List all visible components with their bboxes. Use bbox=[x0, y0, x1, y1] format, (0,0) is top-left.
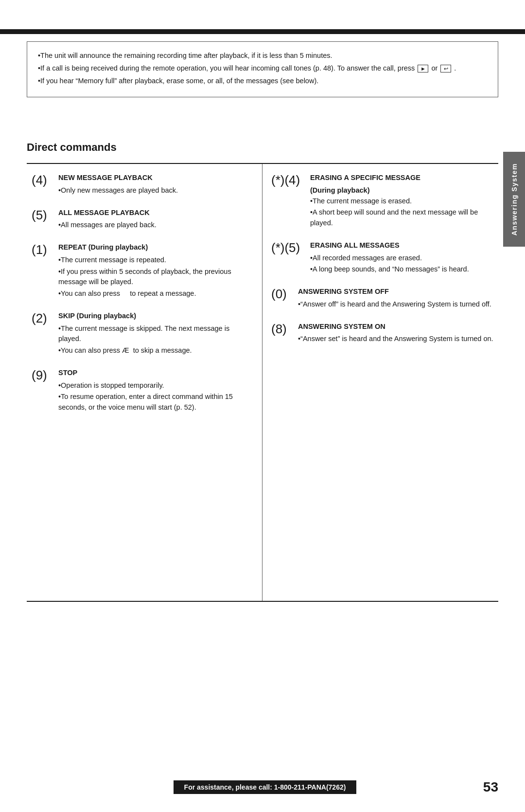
cmd-content-4: NEW MESSAGE PLAYBACK •Only new messages … bbox=[58, 173, 253, 197]
cmd-bullet-8-1: •“Answer set” is heard and the Answering… bbox=[298, 334, 493, 344]
cmd-content-1: REPEAT (During playback) •The current me… bbox=[58, 242, 253, 300]
cmd-title-star5: ERASING ALL MESSAGES bbox=[310, 240, 493, 251]
cmd-bullet-5-1: •All messages are played back. bbox=[58, 220, 253, 231]
cmd-entry-star4: (*)(4) ERASING A SPECIFIC MESSAGE (Durin… bbox=[271, 173, 493, 230]
cmd-content-2: SKIP (During playback) •The current mess… bbox=[58, 311, 253, 357]
top-bar bbox=[0, 29, 525, 34]
cmd-entry-1: (1) REPEAT (During playback) •The curren… bbox=[32, 242, 253, 300]
cmd-content-9: STOP •Operation is stopped temporarily. … bbox=[58, 368, 253, 414]
cmd-bullet-star5-2: •A long beep sounds, and “No messages” i… bbox=[310, 264, 493, 275]
cmd-subtitle-star4: (During playback) bbox=[310, 186, 369, 194]
cmd-number-5: (5) bbox=[32, 208, 58, 223]
cmd-entry-0: (0) ANSWERING SYSTEM OFF •“Answer off” i… bbox=[271, 287, 493, 311]
cmd-bullet-9-1: •Operation is stopped temporarily. bbox=[58, 380, 253, 391]
cmd-content-star5: ERASING ALL MESSAGES •All recorded messa… bbox=[310, 240, 493, 276]
cmd-bullet-1-1: •The current message is repeated. bbox=[58, 255, 253, 266]
cmd-bullet-star5-1: •All recorded messages are erased. bbox=[310, 253, 493, 264]
commands-area: (4) NEW MESSAGE PLAYBACK •Only new messa… bbox=[27, 163, 498, 749]
footer-center: For assistance, please call: 1-800-211-P… bbox=[56, 780, 474, 794]
cmd-entry-star5: (*)(5) ERASING ALL MESSAGES •All recorde… bbox=[271, 240, 493, 276]
cmd-entry-5: (5) ALL MESSAGE PLAYBACK •All messages a… bbox=[32, 208, 253, 232]
notice-box: •The unit will announce the remaining re… bbox=[27, 41, 498, 97]
cmd-title-4: NEW MESSAGE PLAYBACK bbox=[58, 173, 253, 183]
cmd-title-9: STOP bbox=[58, 368, 253, 379]
cmd-title-5: ALL MESSAGE PLAYBACK bbox=[58, 208, 253, 218]
cmd-title-1: REPEAT (During playback) bbox=[58, 242, 253, 253]
cmd-bullet-star4-1: •The current message is erased. bbox=[310, 196, 493, 207]
cmd-title-0: ANSWERING SYSTEM OFF bbox=[298, 287, 493, 297]
assistance-text: For assistance, please call: 1-800-211-P… bbox=[174, 780, 357, 794]
left-column: (4) NEW MESSAGE PLAYBACK •Only new messa… bbox=[27, 164, 262, 601]
cmd-bullet-9-2: •To resume operation, enter a direct com… bbox=[58, 392, 253, 413]
cmd-number-0: (0) bbox=[271, 287, 298, 302]
notice-bullet-3: •If you hear “Memory full” after playbac… bbox=[38, 76, 487, 87]
page: •The unit will announce the remaining re… bbox=[0, 0, 525, 812]
cmd-number-9: (9) bbox=[32, 368, 58, 383]
phone-icon: ► bbox=[418, 65, 428, 72]
answer-icon: ↩ bbox=[440, 65, 451, 72]
right-column: (*)(4) ERASING A SPECIFIC MESSAGE (Durin… bbox=[262, 164, 498, 601]
cmd-title-star4: ERASING A SPECIFIC MESSAGE bbox=[310, 173, 493, 183]
cmd-bullet-2-2: •You can also press Æ to skip a message. bbox=[58, 345, 253, 356]
cmd-content-0: ANSWERING SYSTEM OFF •“Answer off” is he… bbox=[298, 287, 493, 311]
notice-bullet-1: •The unit will announce the remaining re… bbox=[38, 51, 487, 61]
cmd-number-8: (8) bbox=[271, 322, 298, 337]
page-number: 53 bbox=[474, 779, 498, 795]
cmd-number-4: (4) bbox=[32, 173, 58, 188]
cmd-bullet-2-1: •The current message is skipped. The nex… bbox=[58, 324, 253, 345]
cmd-entry-2: (2) SKIP (During playback) •The current … bbox=[32, 311, 253, 357]
cmd-bullet-4-1: •Only new messages are played back. bbox=[58, 185, 253, 196]
cmd-content-8: ANSWERING SYSTEM ON •“Answer set” is hea… bbox=[298, 322, 493, 346]
cmd-entry-4: (4) NEW MESSAGE PLAYBACK •Only new messa… bbox=[32, 173, 253, 197]
cmd-number-2: (2) bbox=[32, 311, 58, 326]
cmd-title-8: ANSWERING SYSTEM ON bbox=[298, 322, 493, 332]
cmd-entry-8: (8) ANSWERING SYSTEM ON •“Answer set” is… bbox=[271, 322, 493, 346]
cmd-entry-9: (9) STOP •Operation is stopped temporari… bbox=[32, 368, 253, 414]
cmd-bullet-0-1: •“Answer off” is heard and the Answering… bbox=[298, 299, 493, 310]
cmd-content-5: ALL MESSAGE PLAYBACK •All messages are p… bbox=[58, 208, 253, 232]
cmd-bullet-star4-2: •A short beep will sound and the next me… bbox=[310, 207, 493, 229]
cmd-bullet-1-2: •If you press within 5 seconds of playba… bbox=[58, 267, 253, 288]
cmd-number-1: (1) bbox=[32, 242, 58, 257]
side-tab: Answering System bbox=[503, 152, 525, 247]
cmd-number-star5: (*)(5) bbox=[271, 240, 310, 255]
section-heading: Direct commands bbox=[27, 141, 117, 154]
cmd-number-star4: (*)(4) bbox=[271, 173, 310, 188]
commands-grid: (4) NEW MESSAGE PLAYBACK •Only new messa… bbox=[27, 164, 498, 602]
notice-bullet-2: •If a call is being received during the … bbox=[38, 63, 487, 74]
cmd-content-star4: ERASING A SPECIFIC MESSAGE (During playb… bbox=[310, 173, 493, 230]
cmd-title-2: SKIP (During playback) bbox=[58, 311, 253, 322]
cmd-bullet-1-3: •You can also press to repeat a message. bbox=[58, 289, 253, 299]
footer: For assistance, please call: 1-800-211-P… bbox=[27, 779, 498, 795]
